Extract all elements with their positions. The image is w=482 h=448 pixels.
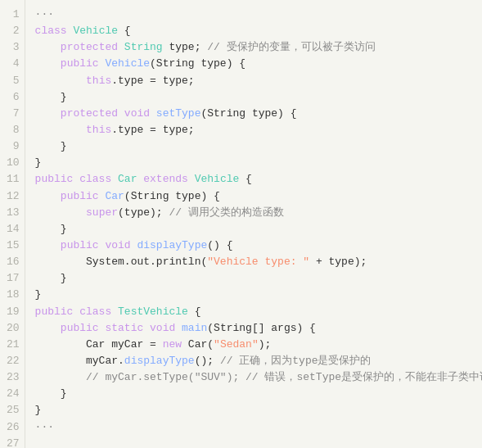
line-number: 23	[7, 369, 20, 386]
line-number: 7	[7, 106, 20, 122]
line-number: 13	[7, 205, 20, 221]
line-number: 16	[7, 254, 20, 270]
line-number: 12	[7, 188, 20, 205]
code-line: }	[35, 89, 475, 106]
code-line: this.type = type;	[35, 122, 475, 138]
code-line: }	[35, 138, 475, 155]
line-number: 21	[7, 337, 20, 353]
line-number: 4	[7, 56, 20, 72]
line-number: 5	[7, 73, 20, 89]
line-number: 19	[7, 304, 20, 320]
line-number: 8	[7, 122, 20, 138]
code-line: public Vehicle(String type) {	[35, 56, 475, 72]
code-line: class Vehicle {	[35, 23, 475, 39]
code-line: ···	[35, 419, 475, 436]
code-line: public void displayType() {	[35, 238, 475, 254]
code-line: Car myCar = new Car("Sedan");	[35, 337, 475, 353]
line-numbers: 1234567891011121314151617181920212223242…	[0, 0, 25, 448]
line-number: 20	[7, 320, 20, 337]
code-line: myCar.displayType(); // 正确，因为type是受保护的	[35, 353, 475, 369]
code-line: public class Car extends Vehicle {	[35, 171, 475, 188]
code-line: }	[35, 386, 475, 402]
line-number: 18	[7, 287, 20, 303]
line-number: 3	[7, 39, 20, 56]
code-content: ···class Vehicle { protected String type…	[25, 0, 482, 448]
line-number: 1	[7, 7, 20, 23]
code-line: System.out.println("Vehicle type: " + ty…	[35, 254, 475, 270]
code-line: public Car(String type) {	[35, 188, 475, 205]
line-number: 22	[7, 353, 20, 369]
line-number: 15	[7, 238, 20, 254]
code-line: public class TestVehicle {	[35, 304, 475, 320]
line-number: 17	[7, 270, 20, 287]
code-line: protected String type; // 受保护的变量，可以被子类访问	[35, 39, 475, 56]
code-line: ···	[35, 7, 475, 23]
code-line: // myCar.setType("SUV"); // 错误，setType是受…	[35, 369, 475, 386]
line-number: 27	[7, 436, 20, 448]
code-line: }	[35, 402, 475, 419]
line-number: 9	[7, 138, 20, 155]
line-number: 14	[7, 221, 20, 238]
code-editor: 1234567891011121314151617181920212223242…	[0, 0, 482, 448]
code-line: }	[35, 270, 475, 287]
code-line: super(type); // 调用父类的构造函数	[35, 205, 475, 221]
code-line: }	[35, 155, 475, 171]
line-number: 11	[7, 171, 20, 188]
line-number: 25	[7, 402, 20, 419]
line-number: 10	[7, 155, 20, 171]
line-number: 6	[7, 89, 20, 106]
code-line: }	[35, 287, 475, 303]
line-number: 26	[7, 419, 20, 436]
line-number: 2	[7, 23, 20, 39]
code-line: public static void main(String[] args) {	[35, 320, 475, 337]
line-number: 24	[7, 386, 20, 402]
code-line: protected void setType(String type) {	[35, 106, 475, 122]
code-line: this.type = type;	[35, 73, 475, 89]
code-line: }	[35, 221, 475, 238]
